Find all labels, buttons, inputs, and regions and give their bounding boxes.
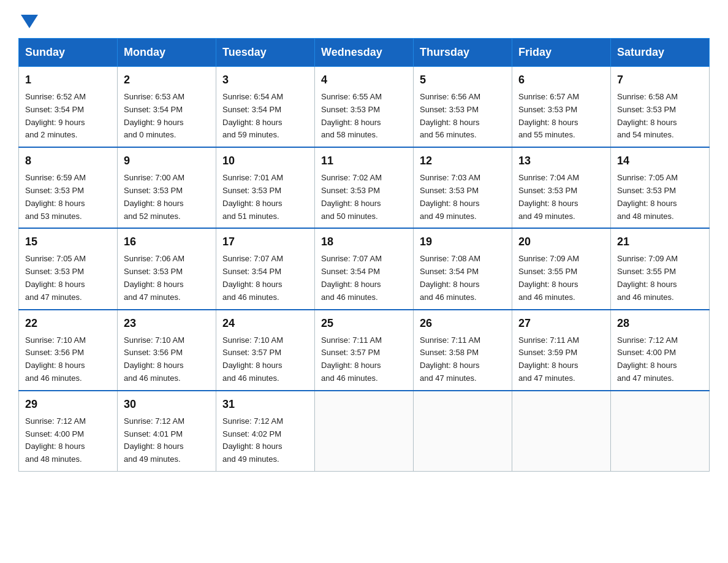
day-info: Sunrise: 7:10 AMSunset: 3:57 PMDaylight:… bbox=[222, 334, 308, 385]
header-tuesday: Tuesday bbox=[216, 39, 315, 67]
day-info: Sunrise: 6:54 AMSunset: 3:54 PMDaylight:… bbox=[222, 91, 308, 142]
day-number: 3 bbox=[222, 72, 308, 88]
logo bbox=[18, 12, 38, 26]
calendar-week-row: 22Sunrise: 7:10 AMSunset: 3:56 PMDayligh… bbox=[19, 310, 710, 391]
calendar-cell: 1Sunrise: 6:52 AMSunset: 3:54 PMDaylight… bbox=[19, 67, 118, 148]
day-number: 16 bbox=[124, 234, 210, 250]
calendar-cell: 11Sunrise: 7:02 AMSunset: 3:53 PMDayligh… bbox=[315, 147, 414, 228]
day-info: Sunrise: 6:57 AMSunset: 3:53 PMDaylight:… bbox=[518, 91, 604, 142]
day-number: 23 bbox=[124, 315, 210, 332]
calendar-cell bbox=[611, 391, 710, 472]
day-number: 27 bbox=[518, 315, 604, 332]
day-info: Sunrise: 7:12 AMSunset: 4:01 PMDaylight:… bbox=[124, 415, 210, 466]
calendar-cell: 14Sunrise: 7:05 AMSunset: 3:53 PMDayligh… bbox=[611, 147, 710, 228]
calendar-cell: 28Sunrise: 7:12 AMSunset: 4:00 PMDayligh… bbox=[611, 310, 710, 391]
day-number: 15 bbox=[25, 234, 111, 250]
day-number: 7 bbox=[617, 72, 703, 88]
day-number: 21 bbox=[617, 234, 703, 250]
day-info: Sunrise: 7:02 AMSunset: 3:53 PMDaylight:… bbox=[321, 172, 407, 223]
day-number: 24 bbox=[222, 315, 308, 332]
calendar-cell bbox=[315, 391, 414, 472]
calendar-cell: 31Sunrise: 7:12 AMSunset: 4:02 PMDayligh… bbox=[216, 391, 315, 472]
calendar-week-row: 8Sunrise: 6:59 AMSunset: 3:53 PMDaylight… bbox=[19, 147, 710, 228]
day-info: Sunrise: 7:10 AMSunset: 3:56 PMDaylight:… bbox=[25, 334, 111, 385]
calendar-cell: 19Sunrise: 7:08 AMSunset: 3:54 PMDayligh… bbox=[414, 228, 512, 309]
day-info: Sunrise: 7:11 AMSunset: 3:58 PMDaylight:… bbox=[420, 334, 506, 385]
day-info: Sunrise: 7:11 AMSunset: 3:57 PMDaylight:… bbox=[321, 334, 407, 385]
day-number: 25 bbox=[321, 315, 407, 332]
day-info: Sunrise: 7:03 AMSunset: 3:53 PMDaylight:… bbox=[420, 172, 506, 223]
header-monday: Monday bbox=[118, 39, 216, 67]
logo-triangle-icon bbox=[21, 15, 38, 28]
day-info: Sunrise: 7:12 AMSunset: 4:00 PMDaylight:… bbox=[617, 334, 703, 385]
calendar-cell: 20Sunrise: 7:09 AMSunset: 3:55 PMDayligh… bbox=[512, 228, 611, 309]
day-number: 2 bbox=[124, 72, 210, 88]
day-info: Sunrise: 7:09 AMSunset: 3:55 PMDaylight:… bbox=[518, 253, 604, 304]
calendar-cell: 13Sunrise: 7:04 AMSunset: 3:53 PMDayligh… bbox=[512, 147, 611, 228]
day-number: 4 bbox=[321, 72, 407, 88]
day-number: 6 bbox=[518, 72, 604, 88]
calendar-cell: 17Sunrise: 7:07 AMSunset: 3:54 PMDayligh… bbox=[216, 228, 315, 309]
calendar-cell: 22Sunrise: 7:10 AMSunset: 3:56 PMDayligh… bbox=[19, 310, 118, 391]
calendar-week-row: 1Sunrise: 6:52 AMSunset: 3:54 PMDaylight… bbox=[19, 67, 710, 148]
calendar-cell: 15Sunrise: 7:05 AMSunset: 3:53 PMDayligh… bbox=[19, 228, 118, 309]
day-number: 22 bbox=[25, 315, 111, 332]
day-number: 26 bbox=[420, 315, 506, 332]
day-info: Sunrise: 6:52 AMSunset: 3:54 PMDaylight:… bbox=[25, 91, 111, 142]
calendar-cell: 24Sunrise: 7:10 AMSunset: 3:57 PMDayligh… bbox=[216, 310, 315, 391]
day-info: Sunrise: 7:00 AMSunset: 3:53 PMDaylight:… bbox=[124, 172, 210, 223]
header-sunday: Sunday bbox=[19, 39, 118, 67]
day-info: Sunrise: 7:07 AMSunset: 3:54 PMDaylight:… bbox=[222, 253, 308, 304]
calendar-cell: 25Sunrise: 7:11 AMSunset: 3:57 PMDayligh… bbox=[315, 310, 414, 391]
day-number: 17 bbox=[222, 234, 308, 250]
day-number: 8 bbox=[25, 153, 111, 169]
calendar-cell: 29Sunrise: 7:12 AMSunset: 4:00 PMDayligh… bbox=[19, 391, 118, 472]
calendar-cell: 26Sunrise: 7:11 AMSunset: 3:58 PMDayligh… bbox=[414, 310, 512, 391]
day-number: 31 bbox=[222, 396, 308, 413]
day-info: Sunrise: 7:01 AMSunset: 3:53 PMDaylight:… bbox=[222, 172, 308, 223]
day-info: Sunrise: 7:10 AMSunset: 3:56 PMDaylight:… bbox=[124, 334, 210, 385]
calendar-cell: 30Sunrise: 7:12 AMSunset: 4:01 PMDayligh… bbox=[118, 391, 216, 472]
day-number: 30 bbox=[124, 396, 210, 413]
calendar-cell: 8Sunrise: 6:59 AMSunset: 3:53 PMDaylight… bbox=[19, 147, 118, 228]
day-number: 20 bbox=[518, 234, 604, 250]
calendar-cell: 18Sunrise: 7:07 AMSunset: 3:54 PMDayligh… bbox=[315, 228, 414, 309]
day-info: Sunrise: 7:09 AMSunset: 3:55 PMDaylight:… bbox=[617, 253, 703, 304]
day-info: Sunrise: 7:05 AMSunset: 3:53 PMDaylight:… bbox=[25, 253, 111, 304]
day-number: 10 bbox=[222, 153, 308, 169]
calendar-cell: 2Sunrise: 6:53 AMSunset: 3:54 PMDaylight… bbox=[118, 67, 216, 148]
day-info: Sunrise: 7:08 AMSunset: 3:54 PMDaylight:… bbox=[420, 253, 506, 304]
calendar-cell: 12Sunrise: 7:03 AMSunset: 3:53 PMDayligh… bbox=[414, 147, 512, 228]
calendar-week-row: 29Sunrise: 7:12 AMSunset: 4:00 PMDayligh… bbox=[19, 391, 710, 472]
day-info: Sunrise: 6:58 AMSunset: 3:53 PMDaylight:… bbox=[617, 91, 703, 142]
day-info: Sunrise: 7:06 AMSunset: 3:53 PMDaylight:… bbox=[124, 253, 210, 304]
day-number: 11 bbox=[321, 153, 407, 169]
calendar-cell: 16Sunrise: 7:06 AMSunset: 3:53 PMDayligh… bbox=[118, 228, 216, 309]
calendar-cell bbox=[414, 391, 512, 472]
day-number: 12 bbox=[420, 153, 506, 169]
day-number: 9 bbox=[124, 153, 210, 169]
header-wednesday: Wednesday bbox=[315, 39, 414, 67]
day-info: Sunrise: 7:07 AMSunset: 3:54 PMDaylight:… bbox=[321, 253, 407, 304]
calendar-cell: 21Sunrise: 7:09 AMSunset: 3:55 PMDayligh… bbox=[611, 228, 710, 309]
calendar-table: SundayMondayTuesdayWednesdayThursdayFrid… bbox=[18, 38, 710, 472]
calendar-cell: 6Sunrise: 6:57 AMSunset: 3:53 PMDaylight… bbox=[512, 67, 611, 148]
calendar-week-row: 15Sunrise: 7:05 AMSunset: 3:53 PMDayligh… bbox=[19, 228, 710, 309]
day-info: Sunrise: 6:59 AMSunset: 3:53 PMDaylight:… bbox=[25, 172, 111, 223]
day-info: Sunrise: 7:05 AMSunset: 3:53 PMDaylight:… bbox=[617, 172, 703, 223]
calendar-cell: 4Sunrise: 6:55 AMSunset: 3:53 PMDaylight… bbox=[315, 67, 414, 148]
day-number: 5 bbox=[420, 72, 506, 88]
calendar-cell: 3Sunrise: 6:54 AMSunset: 3:54 PMDaylight… bbox=[216, 67, 315, 148]
day-number: 29 bbox=[25, 396, 111, 413]
day-info: Sunrise: 6:53 AMSunset: 3:54 PMDaylight:… bbox=[124, 91, 210, 142]
calendar-cell: 10Sunrise: 7:01 AMSunset: 3:53 PMDayligh… bbox=[216, 147, 315, 228]
header-saturday: Saturday bbox=[611, 39, 710, 67]
day-number: 28 bbox=[617, 315, 703, 332]
calendar-cell: 23Sunrise: 7:10 AMSunset: 3:56 PMDayligh… bbox=[118, 310, 216, 391]
header-friday: Friday bbox=[512, 39, 611, 67]
calendar-cell: 27Sunrise: 7:11 AMSunset: 3:59 PMDayligh… bbox=[512, 310, 611, 391]
page-header bbox=[18, 12, 710, 26]
calendar-cell bbox=[512, 391, 611, 472]
day-info: Sunrise: 6:55 AMSunset: 3:53 PMDaylight:… bbox=[321, 91, 407, 142]
day-info: Sunrise: 7:12 AMSunset: 4:02 PMDaylight:… bbox=[222, 415, 308, 466]
